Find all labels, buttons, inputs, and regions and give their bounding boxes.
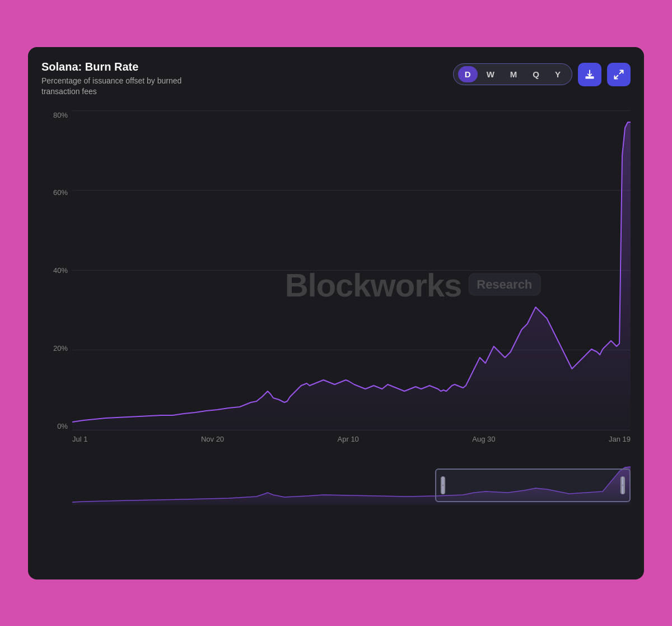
x-label-nov20: Nov 20 xyxy=(201,435,224,443)
x-label-apr10: Apr 10 xyxy=(338,435,359,443)
selector-left-handle[interactable] xyxy=(441,476,445,494)
chart-container: 0% 20% 40% 60% 80% Blockworks Research xyxy=(41,111,631,458)
x-axis: Jul 1 Nov 20 Apr 10 Aug 30 Jan 19 xyxy=(72,430,631,458)
x-label-aug30: Aug 30 xyxy=(472,435,495,443)
y-label-80: 80% xyxy=(41,111,72,119)
handle-line-4 xyxy=(622,486,623,494)
chart-area: 0% 20% 40% 60% 80% Blockworks Research xyxy=(41,111,631,571)
x-label-jul1: Jul 1 xyxy=(72,435,87,443)
chart-card: Solana: Burn Rate Percentage of issuance… xyxy=(28,47,644,579)
chart-header: Solana: Burn Rate Percentage of issuance… xyxy=(41,61,631,98)
timeframe-Q[interactable]: Q xyxy=(526,66,546,82)
expand-button[interactable] xyxy=(607,63,631,86)
y-label-0: 0% xyxy=(41,422,72,430)
y-label-60: 60% xyxy=(41,188,72,197)
y-label-20: 20% xyxy=(41,344,72,353)
handle-line-3 xyxy=(622,477,623,485)
timeframe-M[interactable]: M xyxy=(503,66,524,82)
timeframe-W[interactable]: W xyxy=(480,66,501,82)
selector-right-handle[interactable] xyxy=(620,476,625,494)
minimap xyxy=(41,463,631,508)
y-label-40: 40% xyxy=(41,266,72,275)
y-axis: 0% 20% 40% 60% 80% xyxy=(41,111,72,430)
handle-line-1 xyxy=(442,477,444,485)
minimap-selector[interactable] xyxy=(435,469,631,502)
chart-subtitle: Percentage of issuance offset by burned … xyxy=(41,76,221,98)
chart-svg xyxy=(72,111,631,430)
timeframe-D[interactable]: D xyxy=(458,66,478,82)
x-label-jan19: Jan 19 xyxy=(609,435,631,443)
minimap-chart xyxy=(72,466,631,505)
expand-icon xyxy=(613,69,624,80)
title-block: Solana: Burn Rate Percentage of issuance… xyxy=(41,61,221,98)
download-icon xyxy=(584,69,595,80)
svg-rect-0 xyxy=(586,76,594,78)
timeframe-group: D W M Q Y xyxy=(453,63,572,85)
controls: D W M Q Y xyxy=(453,63,631,86)
handle-line-2 xyxy=(442,486,444,494)
timeframe-Y[interactable]: Y xyxy=(548,66,567,82)
chart-title: Solana: Burn Rate xyxy=(41,61,221,73)
download-button[interactable] xyxy=(578,63,601,86)
